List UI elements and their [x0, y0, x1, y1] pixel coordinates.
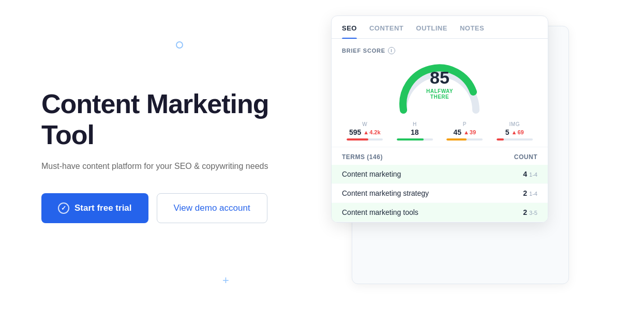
stat-images-bar	[497, 138, 533, 141]
stat-images-main: 5	[505, 128, 510, 136]
stat-paragraphs-bar-fill	[446, 138, 467, 141]
stat-images-label: IMG	[510, 121, 520, 127]
stat-paragraphs-main: 45	[453, 128, 461, 136]
hero-subtitle: Must-have content platform for your SEO …	[41, 160, 269, 173]
hero-title: Content Marketing Tool	[41, 89, 269, 151]
info-icon[interactable]: i	[388, 47, 395, 54]
gauge-container: 85 HALFWAY THERE	[393, 64, 486, 115]
stat-paragraphs-change: ▲ 39	[463, 129, 476, 135]
stat-words-label: W	[362, 121, 367, 127]
demo-account-label: View demo account	[174, 203, 250, 213]
term-name-2: Content marketing tools	[342, 208, 418, 216]
gauge-label: HALFWAY THERE	[416, 88, 463, 100]
tab-content[interactable]: CONTENT	[369, 24, 403, 38]
gauge-score: 85	[416, 69, 463, 86]
decor-circle-top	[176, 41, 183, 49]
stat-paragraphs-values: 45 ▲ 39	[453, 128, 476, 136]
tab-outline[interactable]: OUTLINE	[416, 24, 447, 38]
dashboard-section: SEO CONTENT OUTLINE NOTES BRIEF SCORE i	[300, 0, 644, 312]
stat-words-main: 595	[349, 128, 361, 136]
page-wrapper: + Content Marketing Tool Must-have conte…	[0, 0, 644, 312]
demo-account-button[interactable]: View demo account	[157, 193, 267, 223]
stat-words-change: ▲ 4.2k	[363, 129, 380, 135]
tab-seo[interactable]: SEO	[342, 24, 357, 38]
decor-plus-bottom: +	[222, 275, 229, 286]
stat-headings-bar	[397, 138, 433, 141]
term-count-1: 2 1-4	[523, 189, 537, 197]
tabs-container: SEO CONTENT OUTLINE NOTES	[332, 16, 548, 39]
term-row-0[interactable]: Content marketing 4 1-4	[332, 165, 548, 184]
stat-words: W 595 ▲ 4.2k	[347, 121, 383, 141]
brief-score-label: BRIEF SCORE i	[342, 47, 537, 54]
stat-headings-main: 18	[411, 128, 419, 136]
stat-images-bar-fill	[497, 138, 504, 141]
term-name-1: Content marketing strategy	[342, 189, 429, 197]
start-trial-label: Start free trial	[74, 203, 132, 213]
terms-header: TERMS (146) COUNT	[332, 147, 548, 165]
term-name-0: Content marketing	[342, 170, 401, 178]
stat-images-values: 5 ▲ 69	[505, 128, 524, 136]
stat-headings-values: 18	[411, 128, 419, 136]
seo-card: SEO CONTENT OUTLINE NOTES BRIEF SCORE i	[331, 15, 548, 223]
stat-words-bar-fill	[347, 138, 368, 141]
terms-count-label: COUNT	[514, 153, 537, 161]
gauge-center-text: 85 HALFWAY THERE	[416, 69, 463, 100]
cta-buttons: ✓ Start free trial View demo account	[41, 193, 269, 223]
stat-images: IMG 5 ▲ 69	[497, 121, 533, 141]
stat-paragraphs: P 45 ▲ 39	[446, 121, 483, 141]
start-trial-button[interactable]: ✓ Start free trial	[41, 193, 148, 223]
term-row-1[interactable]: Content marketing strategy 2 1-4	[332, 184, 548, 203]
stat-headings-bar-fill	[397, 138, 424, 141]
stat-headings-label: H	[413, 121, 417, 127]
stat-paragraphs-bar	[446, 138, 483, 141]
gauge-wrapper: 85 HALFWAY THERE	[332, 58, 548, 117]
tab-notes[interactable]: NOTES	[460, 24, 484, 38]
term-row-2[interactable]: Content marketing tools 2 3-5	[332, 203, 548, 222]
stat-paragraphs-label: P	[463, 121, 467, 127]
check-icon: ✓	[58, 202, 69, 214]
stat-words-values: 595 ▲ 4.2k	[349, 128, 381, 136]
terms-title: TERMS (146)	[342, 153, 383, 161]
brief-score-section: BRIEF SCORE i	[332, 39, 548, 58]
stat-words-bar	[347, 138, 383, 141]
stat-headings: H 18	[397, 121, 433, 141]
term-count-0: 4 1-4	[523, 170, 537, 178]
stats-row: W 595 ▲ 4.2k H 18	[332, 117, 548, 147]
stat-images-change: ▲ 69	[512, 129, 524, 135]
term-count-2: 2 3-5	[523, 208, 537, 216]
hero-section: Content Marketing Tool Must-have content…	[0, 58, 300, 254]
